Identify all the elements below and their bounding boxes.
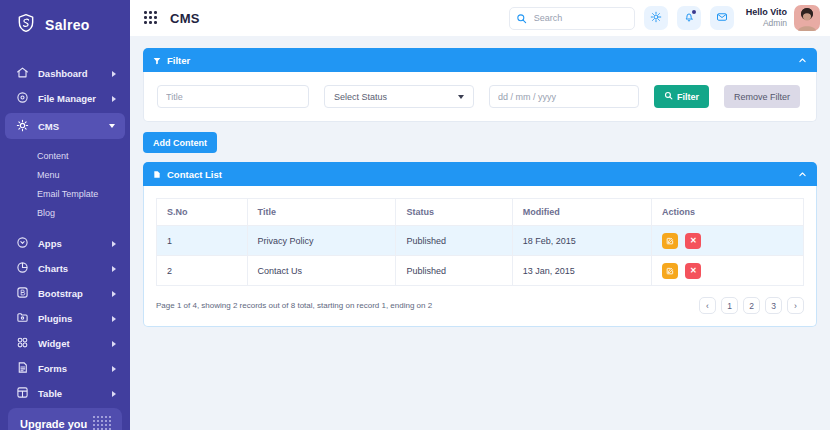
submenu-item-blog[interactable]: Blog — [0, 204, 130, 223]
shield-logo-icon — [16, 13, 36, 37]
cell-title: Contact Us — [247, 256, 396, 286]
file-manager-icon — [16, 91, 29, 106]
pagination-next-button[interactable]: › — [787, 297, 804, 314]
home-icon — [16, 66, 29, 81]
cell-actions: ✕ — [651, 226, 803, 256]
sidebar-item-cms[interactable]: CMS — [5, 113, 125, 139]
avatar — [794, 5, 820, 31]
sidebar-item-widget[interactable]: Widget — [0, 331, 130, 356]
filter-status-value: Select Status — [334, 92, 387, 102]
chevron-right-icon — [112, 71, 116, 77]
pagination: ‹ 1 2 3 › — [699, 297, 804, 314]
edit-button[interactable] — [662, 263, 678, 279]
filter-panel: Filter Select Status Filter Remove Filte… — [143, 48, 817, 122]
filter-panel-header[interactable]: Filter — [143, 48, 817, 72]
app-root: Salreo Dashboard File Manager CMS Conten… — [0, 0, 830, 430]
sidebar-item-label: File Manager — [38, 93, 103, 104]
search-box — [509, 7, 635, 30]
search-input[interactable] — [509, 7, 635, 30]
plugins-icon — [16, 311, 29, 326]
pagination-page-3-button[interactable]: 3 — [765, 297, 782, 314]
pagination-prev-button[interactable]: ‹ — [699, 297, 716, 314]
pencil-icon — [666, 233, 674, 248]
logo[interactable]: Salreo — [0, 0, 130, 47]
user-role: Admin — [746, 18, 787, 29]
table-icon — [16, 386, 29, 401]
chevron-right-icon — [112, 241, 116, 247]
gear-icon — [16, 119, 29, 134]
messages-button[interactable] — [710, 6, 734, 30]
submenu-item-menu[interactable]: Menu — [0, 166, 130, 185]
charts-icon — [16, 261, 29, 276]
column-header-actions: Actions — [651, 199, 803, 226]
sidebar-item-apps[interactable]: Apps — [0, 231, 130, 256]
filter-button-label: Filter — [677, 92, 699, 102]
document-icon — [153, 165, 161, 183]
sidebar-item-charts[interactable]: Charts — [0, 256, 130, 281]
filter-panel-body: Select Status Filter Remove Filter — [143, 72, 817, 122]
sidebar-item-file-manager[interactable]: File Manager — [0, 86, 130, 111]
pagination-page-1-button[interactable]: 1 — [721, 297, 738, 314]
sidebar-item-label: Apps — [38, 238, 103, 249]
table-header-row: S.No Title Status Modified Actions — [157, 199, 804, 226]
sidebar-item-dashboard[interactable]: Dashboard — [0, 61, 130, 86]
remove-filter-button[interactable]: Remove Filter — [724, 85, 800, 108]
table-row: 1 Privacy Policy Published 18 Feb, 2015 … — [157, 226, 804, 256]
submenu-item-content[interactable]: Content — [0, 147, 130, 166]
delete-button[interactable]: ✕ — [685, 263, 701, 279]
widget-icon — [16, 336, 29, 351]
main-area: CMS Hello Vito — [130, 0, 830, 430]
sidebar-item-label: Plugins — [38, 313, 103, 324]
settings-button[interactable] — [644, 6, 668, 30]
chevron-down-icon — [458, 95, 464, 99]
sidebar-item-table[interactable]: Table — [0, 381, 130, 406]
filter-date-input[interactable] — [489, 85, 639, 108]
user-name: Hello Vito — [746, 7, 787, 18]
notifications-button[interactable] — [677, 6, 701, 30]
chevron-right-icon — [112, 96, 116, 102]
content: Filter Select Status Filter Remove Filte… — [130, 36, 830, 430]
filter-status-select[interactable]: Select Status — [324, 85, 474, 108]
cell-status: Published — [396, 256, 512, 286]
contact-table: S.No Title Status Modified Actions 1 Pri… — [156, 198, 804, 286]
topbar-right: Hello Vito Admin — [509, 5, 820, 31]
close-icon: ✕ — [690, 267, 697, 275]
filter-button[interactable]: Filter — [654, 85, 709, 108]
pagination-page-2-button[interactable]: 2 — [743, 297, 760, 314]
submenu-item-email-template[interactable]: Email Template — [0, 185, 130, 204]
notification-badge — [692, 10, 696, 14]
add-content-button[interactable]: Add Content — [143, 132, 217, 153]
sidebar-item-label: Forms — [38, 363, 103, 374]
chevron-right-icon — [112, 366, 116, 372]
sidebar-item-bootstrap[interactable]: Bootstrap — [0, 281, 130, 306]
sidebar-item-label: Widget — [38, 338, 103, 349]
cell-modified: 13 Jan, 2015 — [512, 256, 651, 286]
cms-submenu: Content Menu Email Template Blog — [0, 141, 130, 231]
filter-panel-title: Filter — [167, 55, 190, 66]
cell-sno: 2 — [157, 256, 248, 286]
table-footer: Page 1 of 4, showing 2 records out of 8 … — [156, 286, 804, 314]
menu-toggle-icon[interactable] — [144, 11, 158, 25]
gear-icon — [650, 11, 662, 26]
chevron-right-icon — [112, 291, 116, 297]
chevron-up-icon[interactable] — [798, 51, 807, 69]
logo-text: Salreo — [45, 17, 90, 33]
chevron-right-icon — [112, 266, 116, 272]
delete-button[interactable]: ✕ — [685, 233, 701, 249]
table-row: 2 Contact Us Published 13 Jan, 2015 ✕ — [157, 256, 804, 286]
contact-list-header[interactable]: Contact List — [143, 162, 817, 186]
sidebar-item-forms[interactable]: Forms — [0, 356, 130, 381]
upgrade-card[interactable]: Upgrade you — [8, 408, 122, 430]
sidebar: Salreo Dashboard File Manager CMS Conten… — [0, 0, 130, 430]
search-icon — [664, 91, 673, 102]
dots-grid-icon — [93, 416, 112, 430]
page-title: CMS — [170, 11, 200, 26]
cell-sno: 1 — [157, 226, 248, 256]
chevron-right-icon — [112, 341, 116, 347]
user-menu[interactable]: Hello Vito Admin — [746, 5, 820, 31]
edit-button[interactable] — [662, 233, 678, 249]
chevron-up-icon[interactable] — [798, 165, 807, 183]
sidebar-item-plugins[interactable]: Plugins — [0, 306, 130, 331]
topbar: CMS Hello Vito — [130, 0, 830, 36]
filter-title-input[interactable] — [157, 85, 309, 108]
